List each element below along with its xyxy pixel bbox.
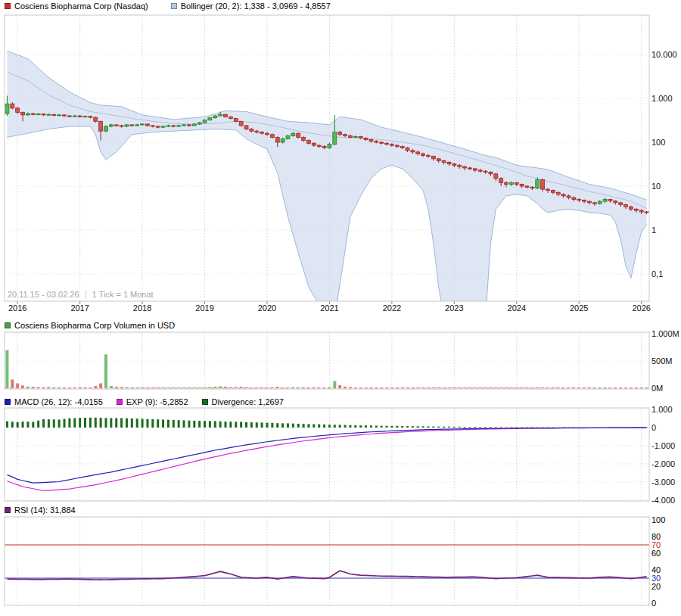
svg-text:10.000: 10.000 xyxy=(651,50,677,59)
svg-text:1.000: 1.000 xyxy=(651,405,673,414)
range-divider xyxy=(86,290,86,299)
svg-text:20: 20 xyxy=(651,582,661,591)
divergence-legend-item: Divergence: 1,2697 xyxy=(202,397,284,406)
price-series-swatch-icon xyxy=(5,3,11,9)
svg-text:2018: 2018 xyxy=(133,303,151,313)
svg-text:10: 10 xyxy=(651,182,661,191)
price-legend: Cosciens Biopharma Corp (Nasdaq) Bolling… xyxy=(5,1,331,11)
bollinger-swatch-icon xyxy=(171,3,177,9)
rsi-legend: RSI (14): 31,884 xyxy=(5,505,76,515)
bollinger-label: Bollinger (20, 2): 1,338 - 3,0969 - 4,85… xyxy=(181,2,331,11)
svg-text:100: 100 xyxy=(651,138,665,147)
chart-canvas: 2016201720182019202020212022202320242025… xyxy=(0,0,681,616)
svg-text:1.000: 1.000 xyxy=(651,94,673,103)
svg-text:500M: 500M xyxy=(651,356,673,366)
divergence-swatch-icon xyxy=(202,399,208,405)
exp-label: EXP (9): -5,2852 xyxy=(126,397,188,406)
exp-swatch-icon xyxy=(117,399,123,405)
price-series-legend-item: Cosciens Biopharma Corp (Nasdaq) xyxy=(5,2,148,11)
macd-legend-item: MACD (26, 12): -4,0155 xyxy=(5,397,103,406)
divergence-bars xyxy=(6,418,648,428)
svg-text:100: 100 xyxy=(651,515,665,524)
macd-label: MACD (26, 12): -4,0155 xyxy=(14,397,103,406)
rsi-label: RSI (14): 31,884 xyxy=(14,506,76,515)
svg-text:2025: 2025 xyxy=(570,303,588,313)
svg-text:60: 60 xyxy=(651,549,661,558)
volume-label: Cosciens Biopharma Corp Volumen in USD xyxy=(14,321,175,330)
stock-chart-panel: 2016201720182019202020212022202320242025… xyxy=(0,0,681,616)
svg-text:1.000M: 1.000M xyxy=(651,329,679,338)
svg-text:2023: 2023 xyxy=(445,303,463,313)
bollinger-legend-item: Bollinger (20, 2): 1,338 - 3,0969 - 4,85… xyxy=(171,2,331,11)
price-series-label: Cosciens Biopharma Corp (Nasdaq) xyxy=(14,2,148,11)
svg-text:-2.000: -2.000 xyxy=(651,459,675,468)
bollinger-band xyxy=(7,51,646,331)
price-axis-labels: 10.0001.0001001010,1 xyxy=(651,50,677,278)
volume-legend: Cosciens Biopharma Corp Volumen in USD xyxy=(5,320,175,331)
macd-axis-labels: 1.0000-1.000-2.000-3.000-4.000 xyxy=(651,405,675,505)
tick-interval-label: 1 Tick = 1 Monat xyxy=(92,290,154,299)
svg-text:2026: 2026 xyxy=(632,303,650,313)
svg-text:0,1: 0,1 xyxy=(651,269,663,278)
svg-text:0: 0 xyxy=(651,423,656,432)
volume-swatch-icon xyxy=(5,322,11,328)
rsi-swatch-icon xyxy=(5,507,11,513)
date-range-info: 20.11.15 - 03.02.26 1 Tick = 1 Monat xyxy=(8,290,154,299)
svg-text:0M: 0M xyxy=(651,384,663,393)
exp-line xyxy=(7,428,646,490)
svg-text:2016: 2016 xyxy=(8,303,26,313)
svg-text:2021: 2021 xyxy=(320,303,338,313)
svg-text:-1.000: -1.000 xyxy=(651,441,675,450)
macd-legend: MACD (26, 12): -4,0155 EXP (9): -5,2852 … xyxy=(5,397,284,407)
macd-line xyxy=(7,428,646,483)
svg-text:2019: 2019 xyxy=(195,303,213,313)
volume-gridlines xyxy=(5,334,649,361)
x-axis-year-labels: 2016201720182019202020212022202320242025… xyxy=(8,301,651,313)
date-range-label: 20.11.15 - 03.02.26 xyxy=(8,290,79,299)
macd-swatch-icon xyxy=(5,399,11,405)
volume-bars xyxy=(5,350,648,388)
svg-text:2017: 2017 xyxy=(70,303,89,313)
svg-text:2020: 2020 xyxy=(258,303,276,313)
svg-text:1: 1 xyxy=(651,226,656,235)
divergence-label: Divergence: 1,2697 xyxy=(212,397,284,406)
volume-axis-labels: 1.000M500M0M xyxy=(651,329,679,393)
svg-text:0: 0 xyxy=(651,599,656,608)
svg-text:2024: 2024 xyxy=(508,303,526,313)
rsi-legend-item: RSI (14): 31,884 xyxy=(5,506,76,515)
exp-legend-item: EXP (9): -5,2852 xyxy=(117,397,188,406)
svg-text:-4.000: -4.000 xyxy=(651,496,675,505)
svg-text:-3.000: -3.000 xyxy=(651,478,675,487)
volume-legend-item: Cosciens Biopharma Corp Volumen in USD xyxy=(5,321,175,330)
rsi-axis-labels: 1008070604030200 xyxy=(651,515,665,608)
svg-text:2022: 2022 xyxy=(383,303,401,313)
